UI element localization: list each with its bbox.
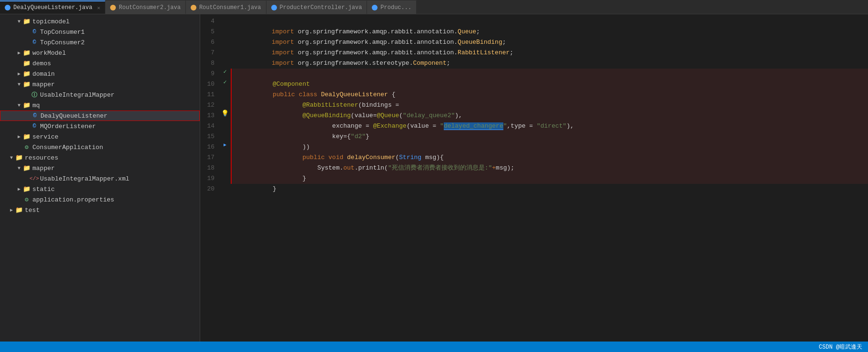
sidebar-item-demos[interactable]: 📁 demos: [0, 58, 200, 69]
code-line-9: @Component: [231, 69, 868, 79]
line-num-8: 8: [200, 58, 219, 69]
sidebar-item-mq[interactable]: ▼ 📁 mq: [0, 100, 200, 111]
line-num-13: 13: [200, 111, 219, 121]
tab-producter-controller[interactable]: ProducterController.java: [266, 0, 368, 14]
java-file-icon: ©: [31, 28, 38, 36]
code-content[interactable]: 4 5 6 7 8 9 10 11 12 13 14 15 16 17 18 1…: [200, 14, 868, 342]
java-file-icon: ©: [31, 112, 39, 120]
sidebar-item-label: test: [25, 207, 40, 214]
line-num-17: 17: [200, 152, 219, 163]
sidebar-item-usable-integral-mapper-xml[interactable]: </> UsableIntegralMapper.xml: [0, 173, 200, 184]
gutter-15: [219, 130, 231, 140]
code-line-16: public void delayConsumer(String msg){: [231, 142, 868, 152]
folder-icon: 📁: [23, 70, 31, 78]
sidebar-item-label: application.properties: [32, 196, 114, 203]
sidebar-item-label: mq: [32, 102, 40, 109]
folder-icon: 📁: [23, 49, 31, 57]
bulb-icon[interactable]: 💡: [221, 109, 229, 119]
sidebar-item-label: workModel: [32, 50, 66, 57]
code-line-10: public class DealyQueueListener {: [231, 79, 868, 90]
line-num-4: 4: [200, 16, 219, 27]
tab-label: Produc...: [380, 4, 411, 11]
line-num-16: 16: [200, 142, 219, 152]
code-line-4: import org.springframework.amqp.rabbit.a…: [231, 16, 868, 27]
app-icon: ⚙: [23, 143, 31, 151]
line-num-11: 11: [200, 90, 219, 100]
sidebar-item-label: demos: [32, 60, 51, 67]
sidebar-item-label: mapper: [32, 81, 55, 88]
gutter-9: ✓: [219, 67, 231, 77]
folder-icon: 📁: [23, 133, 31, 141]
xml-file-icon: </>: [31, 175, 38, 182]
status-bar: CSDN @暗武逢天: [0, 342, 868, 352]
line-gutter: ✓ ✓ 💡 ▶: [219, 14, 231, 342]
main-layout: ▼ 📁 topicmodel © TopConsumer1 © TopConsu…: [0, 14, 868, 342]
sidebar[interactable]: ▼ 📁 topicmodel © TopConsumer1 © TopConsu…: [0, 14, 200, 342]
sidebar-item-label: service: [32, 133, 59, 141]
sidebar-item-domain[interactable]: ▶ 📁 domain: [0, 69, 200, 79]
sidebar-item-service[interactable]: ▶ 📁 service: [0, 131, 200, 142]
sidebar-item-application-properties[interactable]: ⚙ application.properties: [0, 194, 200, 205]
sidebar-item-topconsumer1[interactable]: © TopConsumer1: [0, 27, 200, 37]
sidebar-item-mq-order-listener[interactable]: © MQOrderListener: [0, 121, 200, 131]
tab-label: RoutConsumer2.java: [119, 4, 181, 11]
sidebar-item-dealy-queue-listener[interactable]: © DealyQueueListener: [0, 111, 200, 121]
sidebar-item-label: domain: [32, 70, 55, 78]
sidebar-item-label: UsableIntegralMapper: [40, 91, 114, 99]
tab-icon-java: [110, 5, 116, 10]
gutter-10: ✓: [219, 77, 231, 88]
gutter-11: [219, 88, 231, 98]
sidebar-item-resources-mapper[interactable]: ▼ 📁 mapper: [0, 163, 200, 173]
sidebar-item-workmodel[interactable]: ▶ 📁 workModel: [0, 48, 200, 58]
gutter-13: 💡: [219, 109, 231, 119]
line-num-7: 7: [200, 48, 219, 58]
gutter-12: [219, 98, 231, 109]
tab-label: DealyQueueListener.java: [13, 4, 92, 11]
folder-icon: 📁: [15, 154, 23, 161]
gutter-4: [219, 14, 231, 25]
tab-produc[interactable]: Produc...: [367, 0, 417, 14]
sidebar-item-label: static: [32, 186, 55, 193]
tab-icon-java: [271, 5, 277, 10]
line-num-9: 9: [200, 69, 219, 79]
folder-icon: 📁: [23, 18, 31, 25]
gutter-19: [219, 171, 231, 182]
code-line-20: [231, 184, 868, 194]
status-label: CSDN @暗武逢天: [819, 343, 862, 351]
gutter-14: [219, 119, 231, 130]
tab-bar: DealyQueueListener.java ✕ RoutConsumer2.…: [0, 0, 868, 14]
line-num-5: 5: [200, 27, 219, 37]
tab-close-btn[interactable]: ✕: [97, 5, 101, 11]
folder-icon: 📁: [15, 206, 23, 214]
line-num-12: 12: [200, 100, 219, 111]
line-num-10: 10: [200, 79, 219, 90]
tab-rout-consumer2[interactable]: RoutConsumer2.java: [105, 0, 186, 14]
tab-rout-consumer1[interactable]: RoutConsumer1.java: [186, 0, 266, 14]
line-num-20: 20: [200, 184, 219, 194]
gutter-17: [219, 151, 231, 161]
folder-icon: 📁: [23, 80, 31, 88]
folder-icon: 📁: [23, 60, 31, 67]
sidebar-item-usable-integral-mapper[interactable]: Ⓘ UsableIntegralMapper: [0, 90, 200, 100]
sidebar-item-resources[interactable]: ▼ 📁 resources: [0, 152, 200, 163]
java-file-icon: ©: [31, 122, 38, 130]
sidebar-item-test[interactable]: ▶ 📁 test: [0, 205, 200, 215]
sidebar-item-label: TopConsumer2: [40, 39, 85, 46]
tab-label: ProducterController.java: [280, 4, 362, 11]
sidebar-item-topconsumer2[interactable]: © TopConsumer2: [0, 37, 200, 48]
sidebar-item-topicmodel[interactable]: ▼ 📁 topicmodel: [0, 16, 200, 27]
tab-icon-java: [372, 5, 378, 10]
sidebar-item-consumer-application[interactable]: ⚙ ConsumerApplication: [0, 142, 200, 152]
sidebar-item-mapper[interactable]: ▼ 📁 mapper: [0, 79, 200, 90]
folder-icon: 📁: [23, 164, 31, 172]
line-num-18: 18: [200, 163, 219, 173]
gutter-20: [219, 182, 231, 192]
tab-icon-java: [5, 5, 10, 10]
gutter-16: ▶: [219, 140, 231, 151]
gutter-7: [219, 46, 231, 56]
code-lines: import org.springframework.amqp.rabbit.a…: [231, 14, 868, 342]
tab-dealy-queue-listener[interactable]: DealyQueueListener.java ✕: [0, 0, 105, 14]
sidebar-item-static[interactable]: ▶ 📁 static: [0, 184, 200, 194]
line-num-15: 15: [200, 131, 219, 142]
sidebar-item-label: MQOrderListener: [40, 123, 96, 130]
